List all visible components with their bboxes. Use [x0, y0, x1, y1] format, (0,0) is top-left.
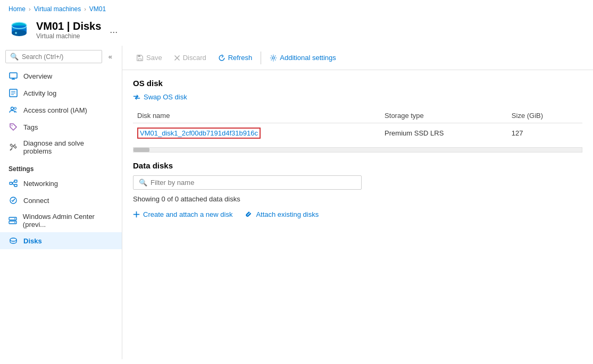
- disk-icon: [9, 236, 18, 246]
- tag-icon: [9, 122, 18, 132]
- svg-line-21: [12, 183, 14, 185]
- svg-point-5: [15, 32, 17, 34]
- plug-icon: [9, 196, 18, 205]
- filter-row: 🔍: [133, 175, 362, 190]
- breadcrumb-vms[interactable]: Virtual machines: [34, 5, 81, 13]
- sidebar-item-networking[interactable]: Networking: [0, 175, 122, 192]
- content-body: OS disk Swap OS disk Disk name Storage t…: [122, 70, 593, 227]
- svg-point-32: [272, 56, 274, 58]
- people-icon: [9, 105, 18, 115]
- sidebar-item-connect-label: Connect: [23, 197, 49, 205]
- sidebar-item-networking-label: Networking: [23, 180, 58, 188]
- gear-icon: [270, 54, 277, 62]
- plus-icon: [133, 211, 140, 218]
- sidebar-item-overview[interactable]: Overview: [0, 67, 122, 84]
- sidebar-item-disks[interactable]: Disks: [0, 232, 122, 249]
- svg-point-2: [12, 30, 27, 36]
- disk-name-cell: VM01_disk1_2cf00db7191d4f31b916c: [133, 123, 380, 143]
- wrench-icon: [9, 142, 18, 152]
- svg-point-13: [11, 107, 14, 110]
- refresh-icon: [218, 54, 225, 62]
- disk-name-link[interactable]: VM01_disk1_2cf00db7191d4f31b916c: [137, 128, 261, 139]
- network-icon: [9, 179, 18, 188]
- svg-rect-17: [10, 182, 12, 184]
- filter-icon: 🔍: [139, 179, 147, 187]
- settings-section-label: Settings: [0, 159, 122, 175]
- content-area: Save Discard Refresh Additional settings…: [122, 46, 593, 359]
- sidebar-item-connect[interactable]: Connect: [0, 192, 122, 209]
- sidebar-item-tags-label: Tags: [23, 123, 38, 131]
- breadcrumb: Home › Virtual machines › VM01: [0, 0, 593, 16]
- search-box: 🔍: [5, 50, 102, 63]
- vm-icon: [9, 19, 30, 40]
- sidebar: 🔍 « Overview Activity log Access control…: [0, 46, 122, 359]
- storage-type-cell: Premium SSD LRS: [380, 123, 507, 143]
- breadcrumb-sep-2: ›: [84, 6, 86, 12]
- showing-text: Showing 0 of 0 attached data disks: [133, 195, 582, 203]
- discard-button[interactable]: Discard: [169, 51, 212, 64]
- collapse-sidebar-button[interactable]: «: [104, 50, 116, 63]
- data-disks-title: Data disks: [133, 161, 582, 170]
- monitor-icon: [9, 71, 18, 81]
- sidebar-item-access-control-label: Access control (IAM): [23, 106, 87, 114]
- filter-input[interactable]: [151, 179, 356, 187]
- sidebar-item-overview-label: Overview: [23, 72, 52, 80]
- page-subtitle: Virtual machine: [36, 32, 101, 40]
- search-icon: 🔍: [10, 53, 19, 61]
- col-disk-name: Disk name: [133, 108, 380, 123]
- discard-icon: [174, 55, 180, 61]
- svg-rect-18: [14, 180, 17, 182]
- server-icon: [9, 216, 18, 225]
- svg-point-26: [14, 222, 15, 223]
- page-header: VM01 | Disks Virtual machine ...: [0, 16, 593, 46]
- os-disk-title: OS disk: [133, 79, 582, 88]
- search-row: 🔍 «: [0, 50, 122, 63]
- attach-existing-button[interactable]: Attach existing disks: [245, 210, 319, 218]
- sidebar-item-activity-log-label: Activity log: [23, 89, 56, 97]
- os-disk-table: Disk name Storage type Size (GiB) VM01_d…: [133, 108, 582, 143]
- svg-rect-29: [138, 55, 140, 57]
- breadcrumb-home[interactable]: Home: [9, 5, 26, 13]
- header-text: VM01 | Disks Virtual machine: [36, 20, 101, 40]
- sidebar-item-windows-admin-label: Windows Admin Center (previ...: [23, 213, 113, 228]
- hscroll-thumb: [133, 148, 149, 152]
- attach-icon: [245, 211, 253, 218]
- breadcrumb-vm01[interactable]: VM01: [89, 5, 106, 13]
- bottom-actions: Create and attach a new disk Attach exis…: [133, 210, 582, 218]
- svg-point-15: [12, 125, 13, 126]
- breadcrumb-sep-1: ›: [29, 6, 31, 12]
- toolbar-separator: [261, 52, 261, 64]
- svg-rect-19: [14, 184, 17, 187]
- svg-point-25: [14, 218, 15, 219]
- refresh-button[interactable]: Refresh: [213, 51, 258, 64]
- sidebar-item-windows-admin[interactable]: Windows Admin Center (previ...: [0, 209, 122, 232]
- main-layout: 🔍 « Overview Activity log Access control…: [0, 46, 593, 359]
- swap-os-disk-button[interactable]: Swap OS disk: [133, 93, 187, 101]
- page-title: VM01 | Disks: [36, 20, 101, 32]
- sidebar-item-tags[interactable]: Tags: [0, 118, 122, 136]
- create-disk-button[interactable]: Create and attach a new disk: [133, 210, 232, 218]
- more-options-button[interactable]: ...: [110, 24, 118, 36]
- table-header-row: Disk name Storage type Size (GiB): [133, 108, 582, 123]
- sidebar-item-disks-label: Disks: [23, 237, 42, 245]
- col-size: Size (GiB): [507, 108, 582, 123]
- svg-rect-6: [10, 73, 17, 78]
- swap-icon: [133, 94, 140, 101]
- svg-point-27: [10, 238, 16, 241]
- svg-point-14: [14, 107, 16, 109]
- table-row: VM01_disk1_2cf00db7191d4f31b916c Premium…: [133, 123, 582, 143]
- sidebar-item-diagnose[interactable]: Diagnose and solve problems: [0, 136, 122, 159]
- sidebar-item-access-control[interactable]: Access control (IAM): [0, 101, 122, 118]
- table-hscroll[interactable]: [133, 147, 582, 153]
- vm-disk-icon-svg: [9, 19, 30, 40]
- toolbar: Save Discard Refresh Additional settings: [122, 46, 593, 70]
- sidebar-item-activity-log[interactable]: Activity log: [0, 84, 122, 101]
- save-icon: [136, 54, 144, 62]
- list-icon: [9, 88, 18, 98]
- additional-settings-button[interactable]: Additional settings: [264, 51, 341, 64]
- svg-line-20: [12, 181, 14, 183]
- search-input[interactable]: [22, 53, 97, 61]
- svg-line-16: [10, 148, 12, 150]
- save-button[interactable]: Save: [131, 51, 168, 64]
- sidebar-item-diagnose-label: Diagnose and solve problems: [23, 139, 113, 155]
